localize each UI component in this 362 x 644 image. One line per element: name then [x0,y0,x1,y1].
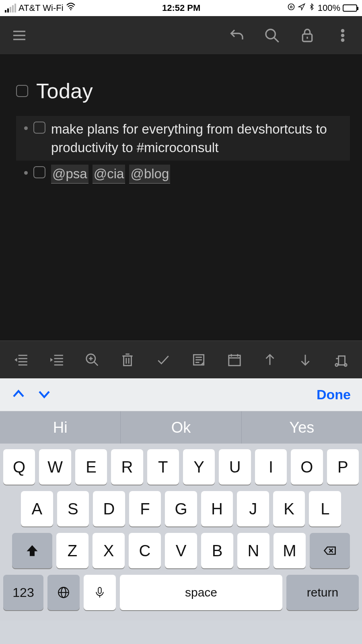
suggestion[interactable]: Hi [0,411,121,444]
key-f[interactable]: F [129,491,161,526]
backspace-key[interactable] [310,533,350,568]
svg-rect-25 [124,356,132,365]
key-p[interactable]: P [327,449,359,485]
key-o[interactable]: O [291,449,323,485]
checkmark-icon[interactable] [154,350,173,369]
done-button[interactable]: Done [317,387,351,402]
svg-point-45 [344,363,347,366]
return-key[interactable]: return [286,575,359,610]
search-icon[interactable] [262,26,282,45]
tag[interactable]: @cia [93,165,125,184]
mic-key[interactable] [84,575,116,610]
status-bar: AT&T Wi-Fi 12:52 PM 100% [0,0,362,16]
suggestion[interactable]: Ok [121,411,241,444]
svg-point-10 [341,29,343,31]
key-u[interactable]: U [219,449,251,485]
key-m[interactable]: M [274,533,306,568]
svg-rect-34 [228,355,240,365]
key-q[interactable]: Q [3,449,35,485]
clock-label: 12:52 PM [162,3,200,13]
numbers-key[interactable]: 123 [3,575,43,610]
carrier-label: AT&T Wi-Fi [19,3,64,13]
key-v[interactable]: V [165,533,197,568]
location-icon [298,3,306,13]
svg-point-44 [335,363,337,366]
svg-rect-2 [290,6,292,8]
indent-icon[interactable] [47,350,66,369]
undo-icon[interactable] [227,26,246,45]
svg-rect-43 [338,356,345,365]
key-n[interactable]: N [237,533,269,568]
prev-field-icon[interactable] [11,387,26,403]
key-g[interactable]: G [165,491,197,526]
svg-rect-52 [98,588,101,594]
bullet-icon [24,126,28,130]
svg-point-12 [341,39,343,41]
more-icon[interactable] [333,26,352,45]
note-editor[interactable]: Today make plans for everything from dev… [0,55,362,341]
key-k[interactable]: K [273,491,305,526]
key-r[interactable]: R [111,449,143,485]
title-checkbox[interactable] [16,85,28,97]
key-y[interactable]: Y [183,449,215,485]
svg-point-0 [70,9,71,10]
rotation-lock-icon [287,3,295,13]
key-t[interactable]: T [147,449,179,485]
note-icon[interactable] [189,350,208,369]
key-w[interactable]: W [39,449,71,485]
zoom-in-icon[interactable] [82,350,102,369]
outdent-icon[interactable] [11,350,31,369]
next-field-icon[interactable] [37,387,51,403]
signal-icon [5,4,16,12]
svg-point-11 [341,34,343,36]
app-toolbar [0,16,362,55]
key-d[interactable]: D [93,491,125,526]
svg-line-7 [274,37,279,42]
calendar-icon[interactable] [225,350,244,369]
note-title[interactable]: Today [36,79,93,103]
key-h[interactable]: H [201,491,233,526]
lock-icon[interactable] [298,26,317,45]
battery-pct-label: 100% [318,3,340,13]
key-i[interactable]: I [255,449,287,485]
svg-point-1 [288,4,294,10]
key-a[interactable]: A [21,491,53,526]
key-c[interactable]: C [129,533,161,568]
key-b[interactable]: B [201,533,233,568]
shift-key[interactable] [12,533,52,568]
keyboard: QWERTYUIOP ASDFGHJKL ZXCVBNM 123 space r… [0,444,362,621]
arrow-down-icon[interactable] [296,350,315,369]
bullet-icon [24,171,28,175]
key-z[interactable]: Z [56,533,88,568]
key-s[interactable]: S [57,491,89,526]
keyboard-accessory: Done [0,378,362,411]
edit-toolbar [0,341,362,378]
tag[interactable]: @psa [51,165,88,184]
task-text[interactable]: make plans for everything from devshortc… [51,120,348,157]
tag[interactable]: @blog [129,165,170,184]
key-l[interactable]: L [309,491,341,526]
task-checkbox[interactable] [33,166,45,178]
move-icon[interactable] [331,350,351,369]
space-key[interactable]: space [120,575,282,610]
svg-point-6 [266,29,275,39]
task-checkbox[interactable] [33,122,45,134]
task-item[interactable]: make plans for everything from devshortc… [16,116,350,161]
globe-key[interactable] [47,575,80,610]
task-item[interactable]: @psa @cia @blog [16,161,350,188]
svg-line-22 [94,361,98,365]
wifi-icon [66,2,76,14]
key-x[interactable]: X [93,533,125,568]
key-e[interactable]: E [75,449,107,485]
keyboard-suggestions: Hi Ok Yes [0,411,362,444]
suggestion[interactable]: Yes [242,411,362,444]
key-j[interactable]: J [237,491,269,526]
menu-icon[interactable] [10,26,29,45]
bluetooth-icon [308,2,315,14]
battery-icon [343,4,357,12]
trash-icon[interactable] [118,350,137,369]
arrow-up-icon[interactable] [260,350,280,369]
